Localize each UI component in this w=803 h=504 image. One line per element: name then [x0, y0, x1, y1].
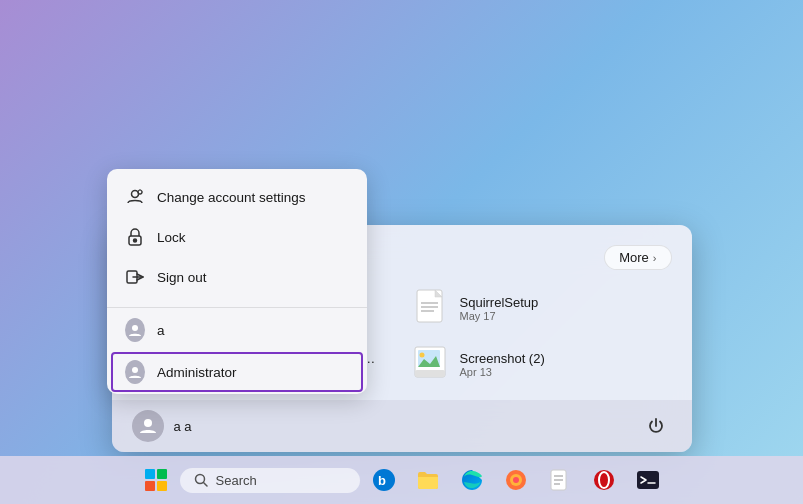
menu-item-lock[interactable]: Lock: [107, 217, 367, 257]
svg-point-36: [513, 477, 519, 483]
rec-item-name-squirrel: SquirrelSetup: [460, 295, 539, 310]
account-item-a[interactable]: a: [107, 310, 367, 350]
edge-icon: [460, 468, 484, 492]
avatar: [132, 410, 164, 442]
windows-logo-icon: [145, 469, 167, 491]
rec-item-name-screenshot: Screenshot (2): [460, 351, 545, 366]
user-info[interactable]: a a: [132, 410, 192, 442]
svg-rect-16: [415, 370, 445, 377]
svg-point-28: [132, 325, 138, 331]
svg-point-17: [144, 419, 152, 427]
terminal-icon: [636, 468, 660, 492]
menu-item-change-account[interactable]: Change account settings: [107, 177, 367, 217]
taskbar: Search b: [0, 456, 803, 504]
menu-section-actions: Change account settings Lock: [107, 169, 367, 305]
taskbar-terminal-button[interactable]: [628, 460, 668, 500]
firefox-icon: [504, 468, 528, 492]
svg-point-25: [134, 239, 137, 242]
lock-icon: [125, 227, 145, 247]
rec-item-text-screenshot: Screenshot (2) Apr 13: [460, 351, 545, 378]
person-settings-icon: [125, 187, 145, 207]
menu-item-label-change-account: Change account settings: [157, 190, 306, 205]
account-item-administrator[interactable]: Administrator: [111, 352, 363, 392]
menu-divider: [107, 307, 367, 308]
notes-icon: [549, 469, 571, 491]
taskbar-files-button[interactable]: [408, 460, 448, 500]
account-a-label: a: [157, 323, 165, 338]
search-icon: [194, 473, 208, 487]
account-admin-avatar: [125, 362, 145, 382]
account-admin-label: Administrator: [157, 365, 237, 380]
svg-line-31: [203, 483, 207, 487]
svg-point-14: [419, 353, 424, 358]
menu-item-label-signout: Sign out: [157, 270, 207, 285]
svg-point-29: [132, 367, 138, 373]
more-label: More: [619, 250, 649, 265]
files-icon: [416, 469, 440, 491]
rec-item-icon-screenshot: [414, 346, 450, 382]
username: a a: [174, 419, 192, 434]
taskbar-opera-button[interactable]: [584, 460, 624, 500]
rec-item-icon-squirrel: [414, 290, 450, 326]
bing-icon: b: [372, 468, 396, 492]
opera-icon: [592, 468, 616, 492]
rec-item-date-screenshot: Apr 13: [460, 366, 545, 378]
svg-text:b: b: [378, 473, 386, 488]
taskbar-bing-button[interactable]: b: [364, 460, 404, 500]
menu-item-label-lock: Lock: [157, 230, 186, 245]
rec-item-squirrel[interactable]: SquirrelSetup May 17: [404, 282, 672, 334]
user-avatar-icon: [138, 416, 158, 436]
taskbar-items: Search b: [136, 460, 668, 500]
menu-item-signout[interactable]: Sign out: [107, 257, 367, 297]
sign-out-icon: [125, 267, 145, 287]
chevron-right-icon: ›: [653, 252, 657, 264]
taskbar-edge-button[interactable]: [452, 460, 492, 500]
user-bar: a a: [112, 400, 692, 452]
rec-item-text-squirrel: SquirrelSetup May 17: [460, 295, 539, 322]
rec-item-screenshot[interactable]: Screenshot (2) Apr 13: [404, 338, 672, 390]
search-label: Search: [216, 473, 257, 488]
taskbar-firefox-button[interactable]: [496, 460, 536, 500]
svg-rect-43: [637, 471, 659, 489]
power-button[interactable]: [640, 410, 672, 442]
context-menu: Change account settings Lock: [107, 169, 367, 394]
taskbar-search-bar[interactable]: Search: [180, 468, 360, 493]
taskbar-start-button[interactable]: [136, 460, 176, 500]
rec-item-date-squirrel: May 17: [460, 310, 539, 322]
taskbar-notes-button[interactable]: [540, 460, 580, 500]
power-icon: [646, 416, 666, 436]
more-button[interactable]: More ›: [604, 245, 671, 270]
account-a-avatar: [125, 320, 145, 340]
